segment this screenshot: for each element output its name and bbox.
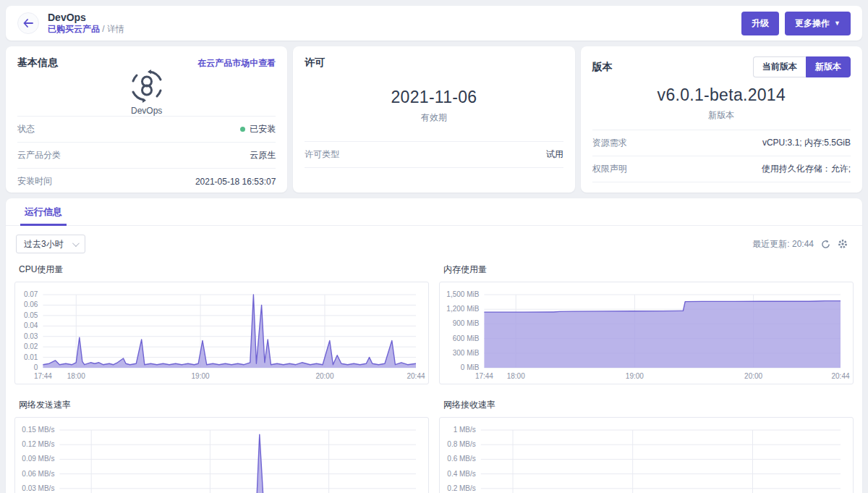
svg-text:1,200 MiB: 1,200 MiB — [446, 305, 479, 313]
network-receive-chart: 网络接收速率 0 MB/s0.2 MB/s0.4 MB/s0.6 MB/s0.8… — [439, 399, 854, 493]
last-update-label: 最近更新: — [752, 238, 789, 250]
svg-text:900 MiB: 900 MiB — [453, 319, 480, 327]
svg-text:20:44: 20:44 — [407, 372, 425, 380]
svg-text:0 MiB: 0 MiB — [461, 363, 480, 371]
svg-text:20:00: 20:00 — [744, 372, 762, 380]
refresh-icon — [821, 240, 830, 249]
svg-text:0.07: 0.07 — [24, 290, 38, 298]
breadcrumb: 已购买云产品 / 详情 — [48, 24, 124, 35]
last-update-time: 20:44 — [792, 239, 814, 249]
new-version-toggle[interactable]: 新版本 — [806, 56, 851, 77]
status-green-dot — [240, 127, 245, 132]
svg-text:0.04: 0.04 — [24, 321, 38, 329]
svg-text:0.15 MB/s: 0.15 MB/s — [22, 426, 54, 434]
version-number-label: 新版本 — [708, 109, 734, 122]
svg-text:18:00: 18:00 — [67, 372, 85, 380]
svg-text:300 MiB: 300 MiB — [453, 349, 480, 357]
charts-grid: CPU使用量 00.010.020.030.040.050.060.0717:4… — [6, 259, 862, 493]
svg-text:0.03 MB/s: 0.03 MB/s — [22, 484, 54, 492]
tab-running-info[interactable]: 运行信息 — [20, 198, 67, 226]
svg-text:19:00: 19:00 — [626, 372, 644, 380]
product-logo-block: DevOps — [17, 69, 276, 116]
network-send-title: 网络发送速率 — [19, 399, 429, 411]
svg-text:0.06: 0.06 — [24, 300, 38, 308]
install-time-row: 安装时间 2021-05-18 16:53:07 — [17, 169, 276, 195]
info-cards-row: 基本信息 在云产品市场中查看 — [6, 46, 862, 193]
memory-chart-plot[interactable]: 0 MiB300 MiB600 MiB900 MiB1,200 MiB1,500… — [439, 282, 854, 384]
version-title: 版本 — [592, 61, 613, 74]
svg-text:0.4 MB/s: 0.4 MB/s — [447, 470, 475, 478]
tabs-bar: 运行信息 — [6, 198, 862, 226]
page-title: DevOps — [48, 12, 124, 25]
devops-logo-icon — [127, 69, 166, 103]
monitor-card: 运行信息 过去3小时 最近更新: 20:44 — [6, 198, 862, 493]
cpu-chart-plot[interactable]: 00.010.020.030.040.050.060.0717:4418:001… — [14, 282, 429, 384]
basic-info-card: 基本信息 在云产品市场中查看 — [6, 46, 287, 193]
monitor-toolbar: 过去3小时 最近更新: 20:44 — [6, 226, 862, 259]
version-rows: 资源需求 vCPU:3.1; 内存:5.5GiB 权限声明 使用持久化存储：允许… — [592, 130, 851, 182]
network-send-chart: 网络发送速率 0 MB/s0.03 MB/s0.06 MB/s0.09 MB/s… — [14, 399, 429, 493]
svg-text:1,500 MiB: 1,500 MiB — [446, 290, 479, 298]
license-rows: 许可类型 试用 — [305, 141, 563, 168]
network-receive-title: 网络接收速率 — [443, 399, 854, 411]
svg-text:0.05: 0.05 — [24, 311, 38, 319]
svg-text:18:00: 18:00 — [507, 372, 525, 380]
license-card: 许可 2021-11-06 有效期 许可类型 试用 — [293, 46, 574, 193]
chart-settings-button[interactable] — [838, 239, 848, 249]
cpu-chart-title: CPU使用量 — [19, 264, 429, 276]
svg-text:0.2 MB/s: 0.2 MB/s — [447, 484, 475, 492]
status-row: 状态 已安装 — [17, 116, 276, 143]
version-card: 版本 当前版本 新版本 v6.0.1-beta.2014 新版本 资源需求 vC… — [581, 46, 862, 193]
network-receive-plot[interactable]: 0 MB/s0.2 MB/s0.4 MB/s0.6 MB/s0.8 MB/s1 … — [439, 417, 854, 493]
caret-down-icon: ▼ — [834, 20, 841, 27]
more-actions-button[interactable]: 更多操作▼ — [785, 12, 851, 35]
arrow-left-icon — [23, 19, 33, 28]
svg-text:17:44: 17:44 — [34, 372, 52, 380]
svg-text:0.03: 0.03 — [24, 332, 38, 340]
memory-usage-chart: 内存使用量 0 MiB300 MiB600 MiB900 MiB1,200 Mi… — [439, 264, 854, 384]
svg-text:0.02: 0.02 — [24, 342, 38, 350]
svg-text:0.06 MB/s: 0.06 MB/s — [22, 470, 54, 478]
svg-text:0.09 MB/s: 0.09 MB/s — [22, 455, 54, 463]
license-type-row: 许可类型 试用 — [305, 141, 563, 168]
time-range-select[interactable]: 过去3小时 — [16, 235, 85, 253]
license-title: 许可 — [305, 56, 325, 69]
topbar: DevOps 已购买云产品 / 详情 升级 更多操作▼ — [6, 6, 862, 41]
svg-text:0.8 MB/s: 0.8 MB/s — [447, 440, 475, 448]
svg-text:17:44: 17:44 — [475, 372, 493, 380]
svg-text:0.12 MB/s: 0.12 MB/s — [22, 440, 54, 448]
upgrade-button[interactable]: 升级 — [741, 12, 779, 35]
license-expiry-label: 有效期 — [421, 111, 447, 124]
svg-text:19:00: 19:00 — [192, 372, 210, 380]
current-version-toggle[interactable]: 当前版本 — [753, 56, 806, 77]
resource-requirement-row: 资源需求 vCPU:3.1; 内存:5.5GiB — [592, 130, 851, 156]
refresh-button[interactable] — [821, 240, 830, 249]
svg-text:20:44: 20:44 — [831, 372, 849, 380]
basic-info-rows: 状态 已安装 云产品分类 云原生 安装时间 2021-05-18 16:53:0… — [17, 116, 276, 195]
license-expiry-date: 2021-11-06 — [391, 88, 477, 107]
title-block: DevOps 已购买云产品 / 详情 — [48, 12, 124, 35]
svg-text:0: 0 — [34, 363, 38, 371]
version-toggle: 当前版本 新版本 — [753, 56, 851, 77]
memory-chart-title: 内存使用量 — [443, 264, 854, 276]
page: DevOps 已购买云产品 / 详情 升级 更多操作▼ 基本信息 在云产品市场中… — [0, 0, 868, 493]
cpu-usage-chart: CPU使用量 00.010.020.030.040.050.060.0717:4… — [14, 264, 429, 384]
network-send-plot[interactable]: 0 MB/s0.03 MB/s0.06 MB/s0.09 MB/s0.12 MB… — [14, 417, 429, 493]
category-row: 云产品分类 云原生 — [17, 143, 276, 169]
svg-text:0.01: 0.01 — [24, 353, 38, 361]
permission-statement-row: 权限声明 使用持久化存储：允许; — [592, 156, 851, 182]
product-logo-label: DevOps — [131, 106, 162, 116]
last-update-info: 最近更新: 20:44 — [752, 238, 848, 250]
gear-icon — [838, 239, 848, 249]
svg-text:1 MB/s: 1 MB/s — [454, 426, 476, 434]
svg-text:600 MiB: 600 MiB — [453, 334, 480, 342]
chevron-down-icon — [72, 240, 80, 247]
svg-text:20:00: 20:00 — [315, 372, 333, 380]
basic-info-title: 基本信息 — [17, 56, 58, 69]
breadcrumb-current: / 详情 — [102, 24, 124, 34]
back-button[interactable] — [17, 12, 39, 34]
status-badge: 已安装 — [250, 123, 276, 135]
breadcrumb-link[interactable]: 已购买云产品 — [48, 24, 100, 34]
marketplace-link[interactable]: 在云产品市场中查看 — [197, 57, 276, 69]
svg-text:0.6 MB/s: 0.6 MB/s — [447, 455, 475, 463]
